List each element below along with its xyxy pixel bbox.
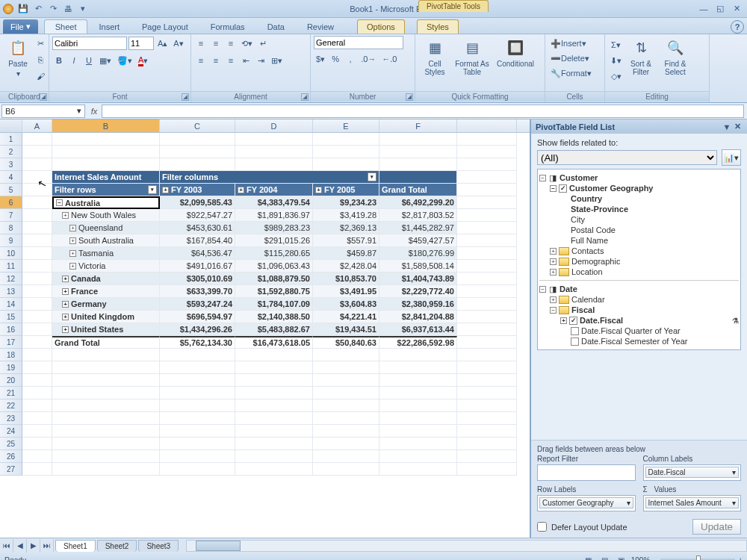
row-chip[interactable]: Customer Geography▾ <box>539 497 633 508</box>
cell[interactable] <box>379 463 457 476</box>
cell[interactable] <box>160 399 235 412</box>
insert-cells-button[interactable]: ➕ Insert ▾ <box>548 36 589 51</box>
field-location[interactable]: +Location <box>539 267 739 277</box>
row-header-4[interactable]: 4 <box>0 171 22 184</box>
column-labels-area[interactable]: Date.Fiscal▾ <box>643 464 742 481</box>
cell[interactable] <box>22 399 52 412</box>
defer-update-checkbox[interactable] <box>537 522 547 532</box>
office-button[interactable] <box>3 4 13 14</box>
cell[interactable] <box>457 158 517 171</box>
cell[interactable] <box>379 133 457 146</box>
tab-styles[interactable]: Styles <box>417 19 459 34</box>
cell[interactable] <box>160 133 235 146</box>
cell[interactable]: $1,592,880.75 <box>235 285 313 298</box>
decrease-font-icon[interactable]: A▾ <box>171 36 185 51</box>
underline-button[interactable]: U <box>82 53 96 68</box>
cell[interactable]: $989,283.23 <box>235 222 313 234</box>
row-header-22[interactable]: 22 <box>0 399 22 412</box>
minimize-button[interactable]: — <box>696 3 711 15</box>
tab-page-layout[interactable]: Page Layout <box>131 19 199 34</box>
cell[interactable]: $3,604.83 <box>313 298 379 311</box>
align-center-icon[interactable]: ≡ <box>209 53 223 68</box>
cell[interactable] <box>160 387 235 399</box>
cell[interactable]: $305,010.69 <box>160 273 235 285</box>
cell[interactable] <box>235 463 313 476</box>
cell[interactable]: Filter rows▾ <box>52 184 160 196</box>
cell[interactable] <box>457 133 517 146</box>
cell[interactable] <box>457 184 517 196</box>
field-fiscal-quarter[interactable]: Date.Fiscal Quarter of Year <box>539 326 739 336</box>
cell[interactable]: $6,492,299.20 <box>379 196 457 209</box>
cell[interactable] <box>22 298 52 311</box>
sheet-tab-1[interactable]: Sheet1 <box>55 540 96 552</box>
cell[interactable]: $2,369.13 <box>313 222 379 234</box>
row-header-20[interactable]: 20 <box>0 374 22 387</box>
cell[interactable] <box>379 399 457 412</box>
cell[interactable] <box>379 361 457 374</box>
col-header-d[interactable]: D <box>235 119 313 132</box>
field-demographic[interactable]: +Demographic <box>539 256 739 267</box>
cell[interactable] <box>22 196 52 209</box>
cell[interactable] <box>379 349 457 361</box>
cell[interactable] <box>22 171 52 184</box>
cell[interactable]: +United States <box>52 323 160 336</box>
field-full-name[interactable]: Full Name <box>539 235 739 246</box>
cell[interactable] <box>313 425 379 438</box>
cell[interactable] <box>313 399 379 412</box>
print-icon[interactable]: 🖶 <box>61 3 75 15</box>
cell[interactable] <box>313 146 379 158</box>
spreadsheet-grid[interactable]: A B C D E F ↖ 1234 Internet Sales Amount… <box>0 119 530 538</box>
cell[interactable] <box>235 349 313 361</box>
tab-options[interactable]: Options <box>357 19 405 34</box>
field-fiscal-semester[interactable]: Date.Fiscal Semester of Year <box>539 336 739 346</box>
col-header-a[interactable]: A <box>22 119 52 132</box>
cell[interactable] <box>235 133 313 146</box>
field-postal-code[interactable]: Postal Code <box>539 225 739 235</box>
cell[interactable] <box>22 247 52 260</box>
row-header-27[interactable]: 27 <box>0 463 22 476</box>
field-state-province[interactable]: State-Province <box>539 204 739 214</box>
cell[interactable]: $115,280.65 <box>235 247 313 260</box>
cell[interactable]: Filter columns ▾ <box>160 171 379 184</box>
tab-data[interactable]: Data <box>256 19 296 34</box>
cell[interactable]: $593,247.24 <box>160 298 235 311</box>
cell[interactable] <box>22 184 52 196</box>
file-menu[interactable]: File▾ <box>3 19 38 34</box>
cell[interactable] <box>313 374 379 387</box>
cell[interactable] <box>22 387 52 399</box>
row-header-2[interactable]: 2 <box>0 146 22 158</box>
cell[interactable] <box>313 349 379 361</box>
field-list-close-icon[interactable]: ✕ <box>732 122 743 131</box>
cell[interactable] <box>313 361 379 374</box>
sheet-nav-first-icon[interactable]: ⏮ <box>0 539 13 553</box>
clipboard-dialog-icon[interactable]: ◢ <box>40 93 47 101</box>
cell[interactable]: +FY 2004 <box>235 184 313 196</box>
col-header-blank[interactable] <box>457 119 517 132</box>
row-header-25[interactable]: 25 <box>0 438 22 450</box>
values-area[interactable]: Internet Sales Amount▾ <box>643 495 742 511</box>
cell[interactable]: $167,854.40 <box>160 234 235 247</box>
cell[interactable]: $1,891,836.97 <box>235 209 313 222</box>
cell[interactable]: $5,762,134.30 <box>160 336 235 349</box>
formula-bar[interactable] <box>102 105 744 118</box>
cell[interactable] <box>457 311 517 323</box>
align-middle-icon[interactable]: ≡ <box>209 36 223 51</box>
cell[interactable]: Grand Total <box>52 336 160 349</box>
cell[interactable] <box>457 146 517 158</box>
cell[interactable] <box>160 158 235 171</box>
cell[interactable] <box>313 133 379 146</box>
cell[interactable] <box>235 425 313 438</box>
cell[interactable] <box>235 158 313 171</box>
decrease-indent-icon[interactable]: ⇤ <box>239 53 252 68</box>
filter-funnel-icon[interactable]: ⚗ <box>732 317 739 325</box>
cell[interactable] <box>235 374 313 387</box>
cell[interactable] <box>22 450 52 463</box>
tab-insert[interactable]: Insert <box>87 19 131 34</box>
sheet-nav-last-icon[interactable]: ⏭ <box>40 539 54 553</box>
cell[interactable]: $180,276.99 <box>379 247 457 260</box>
cell[interactable]: +United Kingdom <box>52 311 160 323</box>
row-header-23[interactable]: 23 <box>0 412 22 425</box>
cell[interactable]: +France <box>52 285 160 298</box>
cell[interactable]: +FY 2005 <box>313 184 379 196</box>
cell[interactable] <box>22 273 52 285</box>
